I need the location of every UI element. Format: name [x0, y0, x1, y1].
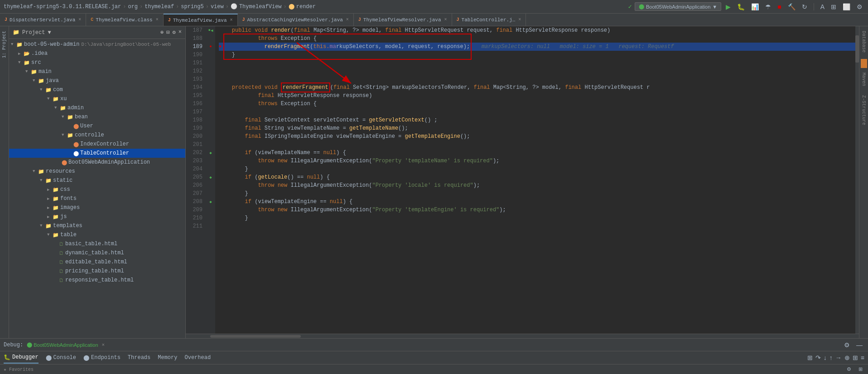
stop-button[interactable]: ■: [776, 2, 783, 11]
sdk-button[interactable]: A: [819, 2, 826, 11]
code-line-203: throw new IllegalArgumentException("Prop…: [219, 157, 855, 165]
tab-viewresolver[interactable]: J ThymeleafViewResolver.java ×: [354, 14, 452, 26]
evaluate-icon[interactable]: ⊕: [844, 354, 850, 361]
tree-item-boot05app[interactable]: ⬤ Boot05WebAdminApplication: [9, 158, 185, 167]
strip-project[interactable]: 1: Project: [1, 28, 8, 61]
profile-button[interactable]: 📊: [749, 2, 761, 11]
tree-item-responsive-table[interactable]: 🗋 responsive_table.html: [9, 276, 185, 285]
settings-button[interactable]: ⚙: [842, 340, 852, 350]
maven-indicator[interactable]: [861, 59, 867, 68]
java-icon: J: [5, 17, 7, 22]
code-body[interactable]: public void render(final Map<String, ?> …: [215, 26, 855, 334]
debug-button[interactable]: 🐛: [735, 2, 747, 11]
code-scroll: 187 188 189 190 191 192 193 194 195 196 …: [186, 26, 859, 334]
html-file-icon: 🗋: [59, 268, 64, 274]
tree-item-xu[interactable]: ▼ 📁 xu: [9, 94, 185, 103]
strip-zstructure[interactable]: Z-Structure: [860, 92, 867, 128]
tree-item-main[interactable]: ▼ 📁 main: [9, 67, 185, 76]
html-file-icon: 🗋: [59, 259, 64, 265]
restore-layout-icon[interactable]: ⊞: [807, 354, 813, 361]
debug-close-button[interactable]: ×: [102, 342, 105, 348]
code-line-207: }: [219, 189, 855, 198]
step-into-icon[interactable]: ↓: [824, 354, 827, 361]
tab-thymeleafclass[interactable]: C ThymeleafView.class ×: [86, 14, 163, 26]
minimize-debug-button[interactable]: —: [854, 340, 864, 350]
window-button[interactable]: ⊞: [829, 2, 838, 11]
code-line-196: throws Exception {: [219, 100, 855, 108]
run-button[interactable]: ▶: [724, 2, 733, 11]
favorites-icon[interactable]: ★ Favorites: [4, 367, 34, 372]
strip-maven[interactable]: Maven: [860, 70, 867, 89]
debug-tab-console[interactable]: ⬤ Console: [46, 353, 76, 363]
tab-dispatcher[interactable]: J DispatcherServlet.java ×: [0, 14, 86, 26]
tree-item-css[interactable]: ▶ 📁 css: [9, 185, 185, 194]
debug-tab-threads[interactable]: Threads: [128, 353, 150, 363]
tree-item-admin[interactable]: ▼ 📁 admin: [9, 103, 185, 112]
strip-database[interactable]: Database: [860, 28, 867, 55]
project-tree: ▼ 📁 boot-05-web-admin D:\Java\springBoot…: [9, 39, 185, 338]
css-folder-icon: 📁: [53, 187, 59, 193]
bug-icon: 🐛: [4, 354, 10, 361]
tree-item-src[interactable]: ▼ 📁 src: [9, 58, 185, 67]
settings-button[interactable]: ⚙: [855, 2, 864, 11]
debug-tab-endpoints[interactable]: ⬤ Endpoints: [83, 353, 121, 363]
bottom-settings-button[interactable]: ⚙: [845, 365, 853, 373]
step-out-icon[interactable]: ↑: [829, 354, 833, 361]
js-folder-icon: 📁: [53, 214, 59, 220]
settings-gear-icon[interactable]: ⚙: [173, 29, 176, 36]
tree-item-controlle[interactable]: ▼ 📁 controlle: [9, 131, 185, 140]
tab-tablecontroller[interactable]: J TableController.j… ×: [452, 14, 526, 26]
tree-item-js[interactable]: ▶ 📁 js: [9, 212, 185, 221]
debug-tabs: 🐛 Debugger ⬤ Console ⬤ Endpoints Threads…: [0, 351, 868, 364]
coverage-button[interactable]: ☂: [763, 2, 773, 11]
step-over-icon[interactable]: ↷: [815, 354, 821, 361]
table-folder-icon: 📁: [53, 232, 59, 238]
tree-item-editable-table[interactable]: 🗋 editable_table.html: [9, 257, 185, 267]
code-line-199: final String viewTemplateName = getTempl…: [219, 124, 855, 132]
tree-item-idea[interactable]: ▶ 📂 .idea: [9, 49, 185, 58]
run-config-dropdown[interactable]: ⬤ Boot05WebAdminApplication ▼: [635, 2, 721, 11]
tab-thymeleafjava[interactable]: J ThymeleafView.java ×: [164, 14, 238, 26]
tree-item-boot05[interactable]: ▼ 📁 boot-05-web-admin D:\Java\springBoot…: [9, 40, 185, 49]
maximize-button[interactable]: ⬜: [841, 2, 852, 11]
tree-item-table[interactable]: ▼ 📁 table: [9, 230, 185, 239]
collapse-all-icon[interactable]: ⊟: [166, 29, 169, 36]
debug-right-toolbar: ⚙ —: [842, 340, 864, 350]
tree-item-bean[interactable]: ▼ 📁 bean: [9, 112, 185, 121]
debug-app-button[interactable]: ⬤ Boot05WebAdminApplication: [27, 342, 98, 348]
java-source-folder-icon: 📁: [38, 78, 44, 84]
debug-tab-overhead[interactable]: Overhead: [184, 353, 211, 363]
locate-file-icon[interactable]: ⊕: [160, 29, 164, 36]
debug-tab-memory[interactable]: Memory: [158, 353, 177, 363]
close-sidebar-icon[interactable]: ×: [178, 29, 182, 36]
tree-item-resources[interactable]: ▼ 📁 resources: [9, 167, 185, 176]
h-scrollbar[interactable]: [186, 334, 859, 338]
tree-item-static[interactable]: ▼ 📁 static: [9, 176, 185, 185]
stream-trace-icon[interactable]: ≡: [861, 354, 864, 361]
gutter: ●◀ ● ◆ ◆ ◆: [206, 26, 215, 334]
tab-abstractcaching[interactable]: J AbstractCachingViewResolver.java ×: [238, 14, 354, 26]
scrollbar-thumb[interactable]: [855, 35, 859, 63]
tree-item-pricing-table[interactable]: 🗋 pricing_table.html: [9, 267, 185, 276]
run-to-cursor-icon[interactable]: →: [835, 354, 842, 361]
update-button[interactable]: ↻: [800, 2, 809, 11]
tree-item-tablecontroller[interactable]: ⬤ TableController: [9, 149, 185, 158]
tree-item-basic-table[interactable]: 🗋 basic_table.html: [9, 239, 185, 248]
html-file-icon: 🗋: [59, 277, 64, 283]
tree-item-fonts[interactable]: ▶ 📁 fonts: [9, 194, 185, 203]
bottom-maximize-button[interactable]: ⊞: [857, 365, 864, 373]
bean-folder-icon: 📁: [67, 114, 73, 120]
tree-item-images[interactable]: ▶ 📁 images: [9, 203, 185, 212]
tree-item-java[interactable]: ▼ 📁 java: [9, 76, 185, 85]
mini-scrollbar[interactable]: [855, 26, 859, 334]
tree-item-user[interactable]: ⬤ User: [9, 121, 185, 131]
tree-item-templates[interactable]: ▼ 📁 templates: [9, 221, 185, 230]
tree-item-indexcontroller[interactable]: ⬤ IndexController: [9, 140, 185, 149]
debug-tab-debugger[interactable]: 🐛 Debugger: [4, 352, 39, 364]
tree-item-dynamic-table[interactable]: 🗋 dynamic_table.html: [9, 248, 185, 257]
project-sidebar: 📁 Project ▼ ⊕ ⊟ ⚙ × ▼ 📁 boot-05-web-admi…: [9, 26, 186, 338]
debug-toolbar-icons: ⊞ ↷ ↓ ↑ → ⊕ ⊞ ≡: [807, 354, 864, 361]
trace-icon[interactable]: ⊞: [853, 354, 858, 361]
tree-item-com[interactable]: ▼ 📁 com: [9, 85, 185, 94]
build-button[interactable]: 🔨: [786, 2, 797, 11]
